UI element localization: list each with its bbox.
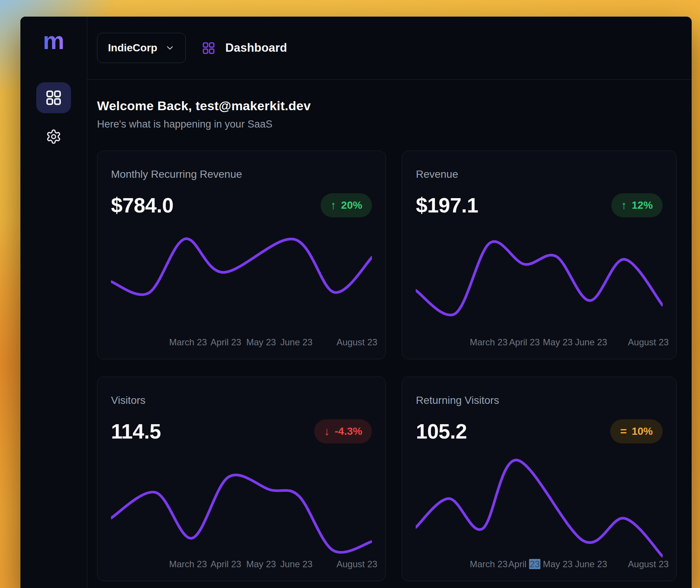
- value-row: 114.5 ↓ -4.3%: [111, 419, 372, 443]
- sidebar-nav: [36, 82, 71, 149]
- app-logo: m: [43, 29, 65, 53]
- stat-card-visitors: Visitors 114.5 ↓ -4.3% March 23April 23M…: [97, 377, 386, 581]
- trend-down-icon: ↓: [324, 426, 330, 437]
- trend-up-icon: ↑: [621, 200, 627, 211]
- x-axis-label: August 23: [628, 337, 669, 348]
- x-axis-label: March 23: [470, 337, 507, 348]
- settings-gear-icon: [46, 129, 62, 145]
- x-axis-label: August 23: [336, 337, 377, 348]
- card-title: Visitors: [111, 377, 372, 406]
- dashboard-content: Welcome Back, test@makerkit.dev Here's w…: [87, 80, 692, 581]
- x-axis-label: May 23: [246, 337, 276, 348]
- x-axis-labels: March 23April 23May 23June 23August 23: [416, 337, 663, 349]
- x-axis-label: June 23: [280, 337, 312, 348]
- value-row: 105.2 = 10%: [416, 419, 663, 443]
- x-axis-label: May 23: [543, 337, 573, 348]
- trend-badge: = 10%: [610, 419, 663, 443]
- card-title: Returning Visitors: [416, 377, 663, 406]
- x-axis-label: August 23: [336, 559, 377, 570]
- main-column: IndieCorp Dashboard Welcome Back, test@m…: [87, 17, 692, 588]
- welcome-title: Welcome Back, test@makerkit.dev: [97, 99, 677, 113]
- stat-card-returning-visitors: Returning Visitors 105.2 = 10% March 23A…: [402, 377, 677, 581]
- trend-badge: ↓ -4.3%: [314, 419, 372, 443]
- metric-value: $197.1: [416, 193, 478, 217]
- app-window: m: [20, 17, 692, 588]
- top-header: IndieCorp Dashboard: [87, 17, 692, 80]
- welcome-subtitle: Here's what is happening in your SaaS: [97, 119, 677, 130]
- x-axis-label: March 23: [169, 559, 207, 570]
- stat-cards-grid: Monthly Recurring Revenue $784.0 ↑ 20% M…: [97, 151, 677, 581]
- team-selector-label: IndieCorp: [108, 42, 157, 54]
- mrr-line-chart: [111, 229, 372, 331]
- x-axis-label: August 23: [628, 559, 669, 570]
- x-axis-label: June 23: [575, 337, 607, 348]
- chevron-down-icon: [165, 43, 175, 53]
- stat-card-revenue: Revenue $197.1 ↑ 12% March 23April 23May…: [402, 151, 677, 359]
- trend-label: -4.3%: [335, 425, 362, 437]
- visitors-line-chart: [111, 456, 372, 557]
- trend-badge: ↑ 12%: [611, 193, 663, 217]
- x-axis-label: April 23: [509, 337, 540, 348]
- team-selector-button[interactable]: IndieCorp: [97, 33, 186, 63]
- sidebar-item-dashboard[interactable]: [36, 82, 71, 113]
- trend-flat-icon: =: [620, 426, 627, 437]
- revenue-line-chart: [416, 229, 663, 331]
- x-axis-labels: March 23April 23May 23June 23August 23: [416, 559, 663, 571]
- returning-visitors-line-chart: [416, 456, 663, 557]
- x-axis-label: April 23: [211, 337, 241, 348]
- x-axis-label: May 23: [246, 559, 276, 570]
- selected-text: 23: [529, 559, 541, 569]
- dashboard-grid-icon: [45, 89, 62, 106]
- page-title: Dashboard: [225, 41, 287, 55]
- x-axis-label: June 23: [280, 559, 312, 570]
- card-title: Revenue: [416, 151, 663, 180]
- metric-value: 105.2: [416, 419, 467, 443]
- trend-label: 20%: [341, 199, 362, 211]
- sidebar-item-settings[interactable]: [36, 125, 71, 149]
- value-row: $197.1 ↑ 12%: [416, 193, 663, 217]
- trend-label: 12%: [632, 199, 653, 211]
- x-axis-labels: March 23April 23May 23June 23August 23: [111, 559, 372, 571]
- card-title: Monthly Recurring Revenue: [111, 151, 372, 180]
- x-axis-label: March 23: [169, 337, 207, 348]
- stat-card-mrr: Monthly Recurring Revenue $784.0 ↑ 20% M…: [97, 151, 386, 359]
- value-row: $784.0 ↑ 20%: [111, 193, 372, 217]
- sidebar: m: [20, 17, 87, 588]
- x-axis-label: March 23: [470, 559, 507, 570]
- x-axis-label: June 23: [575, 559, 607, 570]
- x-axis-labels: March 23April 23May 23June 23August 23: [111, 337, 372, 349]
- trend-label: 10%: [632, 425, 653, 437]
- x-axis-label: April 23: [211, 559, 241, 570]
- desktop-wallpaper: m: [0, 0, 700, 588]
- dashboard-page-icon: [202, 41, 216, 55]
- trend-badge: ↑ 20%: [321, 193, 372, 217]
- metric-value: $784.0: [111, 193, 173, 217]
- metric-value: 114.5: [111, 419, 161, 443]
- x-axis-label: May 23: [543, 559, 573, 570]
- x-axis-label: April 23: [508, 559, 540, 570]
- trend-up-icon: ↑: [330, 200, 336, 211]
